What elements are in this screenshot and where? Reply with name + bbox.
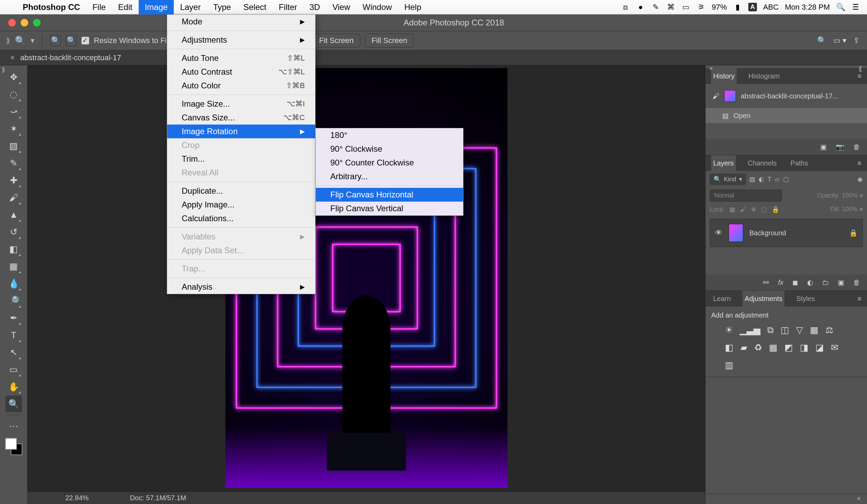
filter-adjust-icon[interactable]: ◐ bbox=[759, 175, 764, 183]
crop-tool[interactable]: ▧ bbox=[6, 138, 22, 154]
workspace-icon[interactable]: ▭ ▾ bbox=[833, 36, 846, 45]
maximize-window-button[interactable] bbox=[33, 19, 41, 26]
menu-edit[interactable]: Edit bbox=[112, 0, 138, 14]
creative-cloud-icon[interactable]: ⌘ bbox=[666, 3, 675, 12]
selective-color-icon[interactable]: ✉ bbox=[831, 342, 838, 353]
brush-tool[interactable]: 🖌 bbox=[6, 189, 22, 206]
document-tab[interactable]: × abstract-backlit-conceptual-17 bbox=[0, 53, 128, 62]
history-snapshot[interactable]: 🖌 abstract-backlit-conceptual-17... bbox=[710, 87, 862, 105]
bw-icon[interactable]: ◧ bbox=[725, 342, 734, 353]
filter-pixel-icon[interactable]: ▨ bbox=[749, 175, 755, 183]
invert-icon[interactable]: ◩ bbox=[784, 342, 793, 353]
healing-brush-tool[interactable]: ✚ bbox=[6, 172, 22, 189]
tab-channels[interactable]: Channels bbox=[746, 155, 779, 171]
tab-adjustments[interactable]: Adjustments bbox=[742, 291, 784, 307]
lock-pixels-icon[interactable]: ▩ bbox=[729, 206, 735, 213]
curves-icon[interactable]: ⧉ bbox=[767, 325, 774, 335]
pen-tool[interactable]: ✒ bbox=[6, 310, 22, 326]
menu-item-apply-image[interactable]: Apply Image... bbox=[167, 198, 315, 212]
menu-help[interactable]: Help bbox=[398, 0, 427, 14]
search-icon[interactable]: 🔍 bbox=[817, 36, 826, 45]
trash-icon[interactable]: 🗑 bbox=[853, 279, 860, 287]
layer-filter-kind[interactable]: 🔍Kind▾ bbox=[710, 174, 746, 185]
menu-item-auto-color[interactable]: Auto Color⇧⌘B bbox=[167, 79, 315, 93]
menu-layer[interactable]: Layer bbox=[174, 0, 207, 14]
menu-item-auto-tone[interactable]: Auto Tone⇧⌘L bbox=[167, 51, 315, 65]
airplay-icon[interactable]: ▭ bbox=[682, 3, 691, 12]
battery-icon[interactable]: ▮ bbox=[733, 3, 742, 12]
mask-icon[interactable]: ◼ bbox=[792, 278, 798, 287]
shape-tool[interactable]: ▭ bbox=[6, 361, 22, 378]
filter-smart-icon[interactable]: ▢ bbox=[783, 175, 789, 183]
color-balance-icon[interactable]: ⚖ bbox=[825, 325, 833, 335]
menu-window[interactable]: Window bbox=[356, 0, 398, 14]
new-doc-from-state-icon[interactable]: ▣ bbox=[820, 143, 827, 151]
menu-image[interactable]: Image bbox=[139, 0, 174, 14]
tab-layers[interactable]: Layers bbox=[711, 155, 736, 171]
threshold-icon[interactable]: ◪ bbox=[815, 342, 824, 353]
opacity-control[interactable]: Opacity:100%▾ bbox=[817, 192, 863, 200]
panel-menu-icon[interactable]: ≡ bbox=[857, 295, 861, 303]
menu-item-adjustments[interactable]: Adjustments▶ bbox=[167, 33, 315, 47]
chevron-down-icon[interactable]: ▾ bbox=[31, 36, 34, 45]
type-tool[interactable]: T bbox=[6, 327, 22, 343]
filter-type-icon[interactable]: T bbox=[768, 176, 771, 183]
history-step[interactable]: ▤ Open bbox=[706, 108, 867, 123]
menu-item-mode[interactable]: Mode▶ bbox=[167, 15, 315, 29]
submenu-item-180[interactable]: 180° bbox=[316, 128, 463, 142]
link-layers-icon[interactable]: ⚯ bbox=[763, 278, 769, 287]
menu-type[interactable]: Type bbox=[207, 0, 237, 14]
lock-artboard-icon[interactable]: ▢ bbox=[761, 206, 767, 213]
hue-sat-icon[interactable]: ▦ bbox=[810, 325, 818, 335]
menu-item-analysis[interactable]: Analysis▶ bbox=[167, 280, 315, 294]
tab-styles[interactable]: Styles bbox=[794, 291, 817, 307]
stamp-tool[interactable]: ▲ bbox=[6, 206, 22, 223]
resize-windows-checkbox[interactable] bbox=[82, 37, 89, 44]
color-swatches[interactable] bbox=[5, 438, 22, 455]
menu-view[interactable]: View bbox=[326, 0, 356, 14]
menu-3d[interactable]: 3D bbox=[303, 0, 327, 14]
dropbox-icon[interactable]: ⧈ bbox=[621, 3, 630, 12]
posterize-icon[interactable]: ◨ bbox=[800, 342, 809, 353]
snapshot-icon[interactable]: 📷 bbox=[836, 143, 844, 151]
dodge-tool[interactable]: 🔎 bbox=[6, 292, 22, 309]
fit-screen-button[interactable]: Fit Screen bbox=[313, 34, 360, 47]
close-window-button[interactable] bbox=[8, 19, 16, 26]
menu-item-duplicate[interactable]: Duplicate... bbox=[167, 184, 315, 198]
color-lookup-icon[interactable]: ▦ bbox=[769, 342, 778, 353]
lock-all-icon[interactable]: 🔒 bbox=[772, 206, 779, 213]
zoom-in-button[interactable]: 🔍 bbox=[50, 35, 61, 46]
submenu-item-90-counter-clockwise[interactable]: 90° Counter Clockwise bbox=[316, 156, 463, 170]
levels-icon[interactable]: ▁▃▅ bbox=[740, 325, 760, 335]
panel-collapse-icon[interactable]: ⟪ bbox=[858, 65, 862, 73]
visibility-icon[interactable]: 👁 bbox=[715, 228, 722, 237]
edit-toolbar-button[interactable]: ⋯ bbox=[6, 418, 22, 435]
tab-paths[interactable]: Paths bbox=[789, 155, 810, 171]
quick-select-tool[interactable]: ✶ bbox=[6, 120, 22, 137]
close-icon[interactable]: × bbox=[857, 495, 861, 503]
submenu-item-flip-canvas-horizontal[interactable]: Flip Canvas Horizontal bbox=[316, 188, 463, 202]
minimize-window-button[interactable] bbox=[21, 19, 28, 26]
brightness-icon[interactable]: ☀ bbox=[725, 325, 733, 335]
fill-screen-button[interactable]: Fill Screen bbox=[365, 34, 414, 47]
spotlight-icon[interactable]: 🔍 bbox=[836, 3, 845, 12]
filter-toggle-icon[interactable]: ◉ bbox=[857, 175, 863, 183]
zoom-tool[interactable]: 🔍 bbox=[6, 396, 22, 412]
menu-item-canvas-size[interactable]: Canvas Size...⌥⌘C bbox=[167, 111, 315, 125]
layer-row[interactable]: 👁 Background 🔒 bbox=[710, 219, 863, 247]
adjustment-layer-icon[interactable]: ◐ bbox=[807, 278, 813, 287]
lock-brush-icon[interactable]: 🖌 bbox=[740, 206, 746, 213]
input-source-icon[interactable]: A bbox=[748, 3, 757, 11]
tab-histogram[interactable]: Histogram bbox=[746, 68, 782, 84]
menu-file[interactable]: File bbox=[86, 0, 112, 14]
menu-item-auto-contrast[interactable]: Auto Contrast⌥⇧⌘L bbox=[167, 65, 315, 79]
menu-item-calculations[interactable]: Calculations... bbox=[167, 212, 315, 225]
share-icon[interactable]: ⇪ bbox=[853, 36, 859, 45]
gradient-tool[interactable]: ▦ bbox=[6, 258, 22, 275]
channel-mixer-icon[interactable]: ♻ bbox=[754, 342, 762, 353]
filter-shape-icon[interactable]: ▱ bbox=[775, 175, 780, 183]
wifi-icon[interactable]: ⚞ bbox=[697, 3, 706, 12]
submenu-item-90-clockwise[interactable]: 90° Clockwise bbox=[316, 142, 463, 156]
exposure-icon[interactable]: ◫ bbox=[781, 325, 789, 335]
marquee-tool[interactable]: ◌ bbox=[6, 86, 22, 103]
